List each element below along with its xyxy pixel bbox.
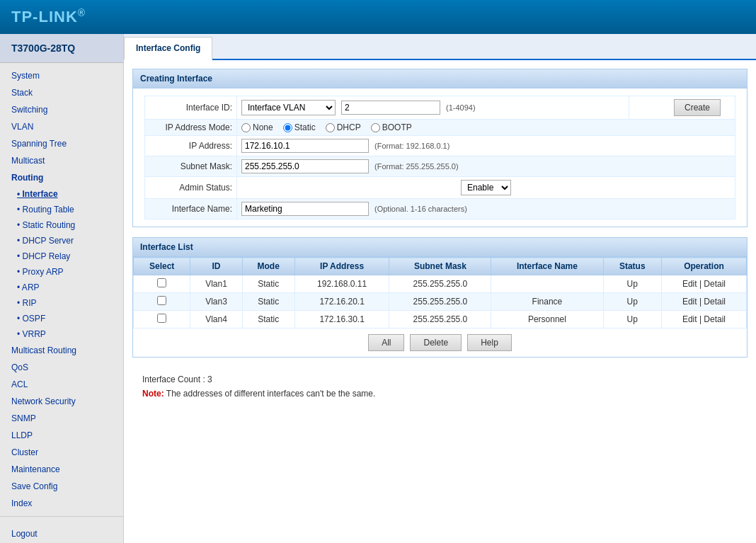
radio-bootp[interactable] [371, 123, 380, 132]
ip-address-mode-label: IP Address Mode: [145, 120, 237, 136]
radio-dhcp-label[interactable]: DHCP [326, 122, 361, 132]
sidebar-item-routing[interactable]: Routing [0, 169, 123, 186]
sidebar-item-lldp[interactable]: LLDP [0, 427, 123, 444]
sidebar-item-dhcp-server[interactable]: • DHCP Server [0, 233, 123, 248]
sidebar-item-multicast-routing[interactable]: Multicast Routing [0, 342, 123, 359]
sidebar-item-routing-table[interactable]: • Routing Table [0, 202, 123, 217]
radio-dhcp[interactable] [326, 123, 335, 132]
sidebar-item-maintenance[interactable]: Maintenance [0, 461, 123, 478]
action-row: All Delete Help [133, 328, 747, 357]
interface-list-section: Interface List Select ID Mode IP Address… [132, 237, 748, 358]
sidebar-item-rip[interactable]: • RIP [0, 295, 123, 311]
subnet-mask-label: Subnet Mask: [145, 156, 237, 177]
sidebar-item-multicast[interactable]: Multicast [0, 152, 123, 169]
sidebar-item-static-routing[interactable]: • Static Routing [0, 217, 123, 233]
row2-ip: 172.16.20.1 [294, 293, 389, 311]
note-text: The addresses of different interfaces ca… [166, 389, 376, 399]
col-select: Select [134, 258, 190, 275]
form-row-interface-name: Interface Name: (Optional. 1-16 characte… [145, 199, 735, 219]
sidebar-item-switching[interactable]: Switching [0, 101, 123, 118]
col-name: Interface Name [491, 258, 603, 275]
creating-interface-section: Creating Interface Interface ID: Interfa… [132, 69, 748, 227]
subnet-mask-control: (Format: 255.255.255.0) [241, 159, 731, 173]
sidebar-item-network-security[interactable]: Network Security [0, 393, 123, 410]
tab-interface-config[interactable]: Interface Config [124, 37, 212, 60]
sidebar-item-vrrp[interactable]: • VRRP [0, 326, 123, 342]
all-button[interactable]: All [368, 334, 404, 351]
note-label: Note: [142, 389, 164, 399]
form-row-admin-status: Admin Status: Enable Disable [145, 177, 735, 199]
col-id: ID [190, 258, 242, 275]
row1-status: Up [603, 275, 661, 293]
radio-static[interactable] [283, 123, 292, 132]
row2-edit-link[interactable]: Edit [682, 297, 697, 307]
tab-bar: Interface Config [124, 34, 756, 60]
subnet-mask-input[interactable] [241, 159, 369, 173]
radio-bootp-label[interactable]: BOOTP [371, 122, 412, 132]
table-row: Vlan3 Static 172.16.20.1 255.255.255.0 F… [134, 293, 747, 311]
sidebar-item-dhcp-relay[interactable]: • DHCP Relay [0, 248, 123, 264]
sidebar-item-interface[interactable]: • Interface [0, 186, 123, 202]
form-row-interface-id: Interface ID: Interface VLAN Interface L… [145, 96, 735, 120]
interface-id-hint: (1-4094) [446, 103, 476, 112]
interface-id-select[interactable]: Interface VLAN Interface Loopback [241, 100, 336, 115]
row1-id: Vlan1 [190, 275, 242, 293]
row3-name: Personnel [491, 311, 603, 328]
sidebar-item-spanning-tree[interactable]: Spanning Tree [0, 135, 123, 152]
radio-none[interactable] [241, 123, 251, 132]
interface-id-input[interactable] [341, 101, 440, 115]
row2-mode: Static [242, 293, 294, 311]
content-inner: Creating Interface Interface ID: Interfa… [124, 60, 756, 414]
col-operation: Operation [661, 258, 746, 275]
col-ip: IP Address [294, 258, 389, 275]
row3-edit-link[interactable]: Edit [682, 314, 697, 324]
interface-name-hint: (Optional. 1-16 characters) [374, 205, 467, 213]
nav-section-main: System Stack Switching VLAN Spanning Tre… [0, 63, 123, 517]
sidebar-item-system[interactable]: System [0, 67, 123, 84]
row1-select [134, 275, 190, 293]
sidebar-item-stack[interactable]: Stack [0, 84, 123, 101]
form-row-ip-address: IP Address: (Format: 192.168.0.1) [145, 136, 735, 156]
row3-ip: 172.16.30.1 [294, 311, 389, 328]
create-button[interactable]: Create [674, 99, 721, 116]
radio-static-label[interactable]: Static [283, 122, 316, 132]
row2-checkbox[interactable] [157, 296, 166, 305]
row2-mask: 255.255.255.0 [389, 293, 491, 311]
row3-checkbox[interactable] [157, 314, 166, 323]
table-header: Select ID Mode IP Address Subnet Mask In… [134, 258, 747, 275]
row2-detail-link[interactable]: Detail [704, 297, 726, 307]
row1-ip: 192.168.0.11 [294, 275, 389, 293]
header: TP-LINK® [0, 0, 756, 34]
sidebar-item-index[interactable]: Index [0, 495, 123, 512]
interface-id-control: Interface VLAN Interface Loopback (1-409… [241, 100, 624, 115]
sidebar-item-qos[interactable]: QoS [0, 359, 123, 376]
radio-none-label[interactable]: None [241, 122, 273, 132]
col-mask: Subnet Mask [389, 258, 491, 275]
device-name-label: T3700G-28TQ [0, 34, 123, 63]
admin-status-select[interactable]: Enable Disable [461, 180, 511, 195]
sidebar: T3700G-28TQ System Stack Switching VLAN … [0, 34, 124, 543]
row3-id: Vlan4 [190, 311, 242, 328]
interface-list-table-area: Select ID Mode IP Address Subnet Mask In… [133, 257, 747, 357]
interface-list-title: Interface List [133, 238, 747, 257]
delete-button[interactable]: Delete [410, 334, 462, 351]
sidebar-item-acl[interactable]: ACL [0, 376, 123, 393]
sidebar-item-arp[interactable]: • ARP [0, 280, 123, 295]
sidebar-item-ospf[interactable]: • OSPF [0, 311, 123, 326]
ip-address-input[interactable] [241, 139, 369, 153]
row1-checkbox[interactable] [157, 278, 166, 287]
row1-edit-link[interactable]: Edit [682, 279, 697, 289]
sidebar-item-vlan[interactable]: VLAN [0, 118, 123, 135]
sidebar-item-proxy-arp[interactable]: • Proxy ARP [0, 264, 123, 280]
help-button[interactable]: Help [467, 334, 512, 351]
row1-detail-link[interactable]: Detail [704, 279, 726, 289]
row3-detail-link[interactable]: Detail [704, 314, 726, 324]
interface-name-control: (Optional. 1-16 characters) [241, 202, 731, 216]
sidebar-item-save-config[interactable]: Save Config [0, 478, 123, 495]
row3-mask: 255.255.255.0 [389, 311, 491, 328]
interface-name-input[interactable] [241, 202, 369, 216]
sidebar-item-logout[interactable]: Logout [0, 525, 123, 541]
form-row-subnet-mask: Subnet Mask: (Format: 255.255.255.0) [145, 156, 735, 177]
sidebar-item-cluster[interactable]: Cluster [0, 444, 123, 461]
sidebar-item-snmp[interactable]: SNMP [0, 410, 123, 427]
